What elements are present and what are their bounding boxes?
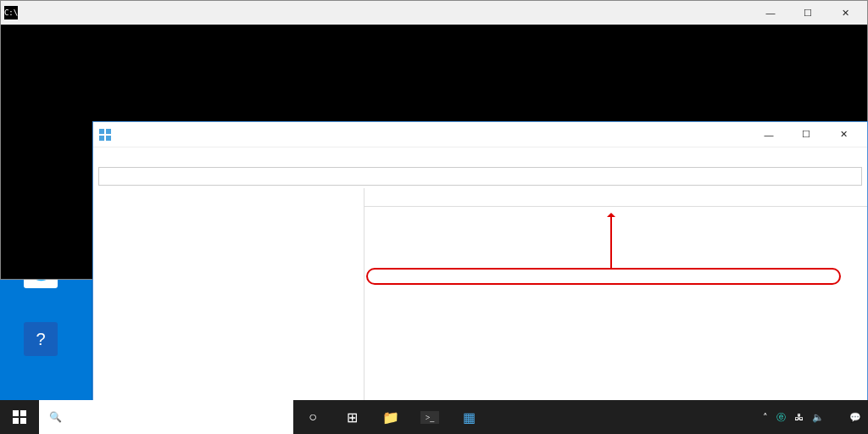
minimize-button[interactable]: — [752,1,789,25]
task-view-icon[interactable]: ⊞ [332,400,371,434]
cmd-icon: C:\ [4,6,18,19]
cortana-icon[interactable]: ○ [293,400,332,434]
system-tray: ˄ ⓔ 🖧 🔈 💬 [763,411,868,424]
taskbar: 🔍 ○ ⊞ 📁 >_ ▦ ˄ ⓔ 🖧 🔈 💬 [0,400,868,434]
taskbar-cmd[interactable]: >_ [410,400,449,434]
tray-notifications-icon[interactable]: 💬 [849,412,861,423]
tray-chevron-icon[interactable]: ˄ [763,412,768,423]
svg-rect-2 [99,136,104,141]
close-button[interactable]: ✕ [826,1,864,25]
taskbar-regedit[interactable]: ▦ [449,400,488,434]
taskbar-explorer[interactable]: 📁 [371,400,410,434]
annotation-highlight [366,268,841,285]
tray-volume-icon[interactable]: 🔈 [812,412,824,423]
minimize-button[interactable]: — [750,123,787,147]
regedit-values-list[interactable] [364,188,867,400]
tray-network-icon[interactable]: 🖧 [794,412,804,422]
regedit-icon [98,128,112,142]
close-button[interactable]: ✕ [825,123,862,147]
windows-icon [13,410,26,424]
desktop-icon-mhelp[interactable]: ? [10,322,71,359]
regedit-menubar [93,147,867,164]
cmd-titlebar[interactable]: C:\ — ☐ ✕ [1,1,867,25]
start-button[interactable] [0,400,39,434]
maximize-button[interactable]: ☐ [787,123,825,147]
mhelp-icon: ? [24,322,58,356]
tray-eset-icon[interactable]: ⓔ [776,411,786,424]
maximize-button[interactable]: ☐ [789,1,826,25]
regedit-titlebar[interactable]: — ☐ ✕ [93,122,867,147]
regedit-address-bar[interactable] [98,167,862,186]
svg-rect-6 [13,418,19,424]
regedit-tree[interactable] [93,188,364,400]
taskbar-search[interactable]: 🔍 [39,400,293,434]
svg-rect-5 [20,410,26,416]
svg-rect-4 [13,410,19,416]
svg-rect-0 [99,129,104,134]
search-icon: 🔍 [49,411,62,423]
regedit-columns-header[interactable] [364,188,867,207]
svg-rect-7 [20,418,26,424]
svg-rect-3 [106,136,111,141]
regedit-window: — ☐ ✕ [92,121,868,401]
annotation-arrow [610,214,612,268]
svg-rect-1 [106,129,111,134]
